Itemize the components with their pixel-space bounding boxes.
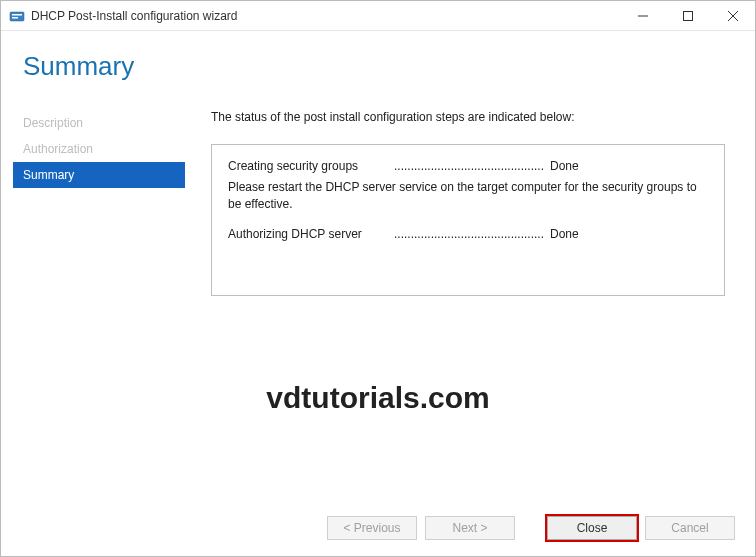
- result-label: Creating security groups: [228, 159, 388, 173]
- wizard-body: Description Authorization Summary The st…: [1, 92, 755, 504]
- wizard-main: The status of the post install configura…: [185, 102, 743, 504]
- svg-rect-2: [12, 17, 18, 19]
- sidebar-item-description[interactable]: Description: [13, 110, 185, 136]
- next-button: Next >: [425, 516, 515, 540]
- previous-button: < Previous: [327, 516, 417, 540]
- maximize-button[interactable]: [665, 1, 710, 31]
- result-row: Creating security groups ...............…: [228, 159, 708, 173]
- result-status: Done: [550, 159, 579, 173]
- close-button[interactable]: Close: [547, 516, 637, 540]
- svg-rect-0: [10, 12, 24, 21]
- wizard-footer: < Previous Next > Close Cancel: [1, 504, 755, 556]
- results-panel: Creating security groups ...............…: [211, 144, 725, 296]
- minimize-button[interactable]: [620, 1, 665, 31]
- result-note: Please restart the DHCP server service o…: [228, 179, 708, 213]
- sidebar-item-summary[interactable]: Summary: [13, 162, 185, 188]
- result-status: Done: [550, 227, 579, 241]
- app-icon: [9, 8, 25, 24]
- result-row: Authorizing DHCP server ................…: [228, 227, 708, 241]
- titlebar: DHCP Post-Install configuration wizard: [1, 1, 755, 31]
- close-window-button[interactable]: [710, 1, 755, 31]
- cancel-button: Cancel: [645, 516, 735, 540]
- result-dots: ........................................…: [394, 159, 544, 173]
- page-title: Summary: [23, 51, 725, 82]
- svg-rect-4: [683, 11, 692, 20]
- result-label: Authorizing DHCP server: [228, 227, 388, 241]
- status-intro: The status of the post install configura…: [211, 110, 725, 124]
- wizard-sidebar: Description Authorization Summary: [13, 102, 185, 504]
- svg-rect-1: [12, 14, 22, 16]
- wizard-header: Summary: [1, 31, 755, 92]
- window-controls: [620, 1, 755, 31]
- sidebar-item-authorization[interactable]: Authorization: [13, 136, 185, 162]
- window-title: DHCP Post-Install configuration wizard: [31, 9, 620, 23]
- result-dots: ........................................…: [394, 227, 544, 241]
